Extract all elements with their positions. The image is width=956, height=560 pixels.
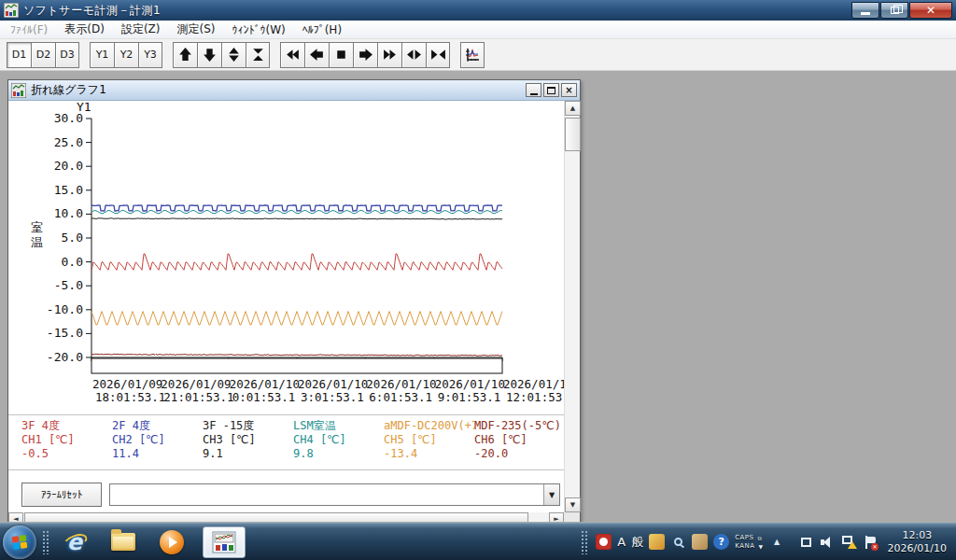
triangles-out-vertical-icon — [226, 47, 242, 63]
mdi-area: 折れ線グラフ1 × Y130.025.020.015.010.05.00.0-5… — [0, 71, 956, 522]
ch1-name: 3F 4度 — [21, 419, 112, 433]
ch2-label: CH2 [℃] — [112, 433, 203, 447]
triangles-in-horizontal-icon — [430, 47, 446, 63]
ime-toolbar[interactable]: CAPS⧉ KANA▼ — [735, 534, 763, 551]
taskbar-active-app[interactable] — [203, 526, 246, 558]
menu-settings[interactable]: 設定(Z) — [113, 20, 169, 39]
menu-measure[interactable]: 測定(S) — [168, 20, 223, 39]
ch3-name: 3F -15度 — [203, 419, 293, 433]
graph-window-titlebar[interactable]: 折れ線グラフ1 × — [8, 80, 580, 101]
vertical-scrollbar[interactable]: ▲ ▼ — [564, 101, 580, 512]
scroll-down-button[interactable] — [197, 42, 221, 68]
clock-time: 12:03 — [888, 529, 947, 542]
restore-button[interactable] — [880, 2, 908, 19]
line-chart-svg: Y130.025.020.015.010.05.00.0-5.0-10.0-15… — [8, 101, 564, 411]
svg-text:2026/01/10: 2026/01/10 — [435, 377, 505, 391]
menu-file[interactable]: ﾌｧｲﾙ(F) — [2, 21, 56, 38]
security-tray-icon[interactable] — [596, 534, 612, 550]
scrollbar-down-button[interactable]: ▼ — [565, 497, 581, 512]
menu-window[interactable]: ｳｨﾝﾄﾞｳ(W) — [223, 21, 293, 38]
graph-minimize-button[interactable] — [526, 83, 541, 97]
y1-button[interactable]: Y1 — [90, 42, 114, 68]
scroll-up-button[interactable] — [173, 42, 197, 68]
jump-end-button[interactable] — [377, 42, 401, 68]
close-button[interactable]: ✕ — [909, 2, 952, 19]
taskbar-internet-explorer[interactable]: e — [57, 526, 92, 558]
scrollbar-corner — [564, 512, 580, 522]
start-button[interactable] — [3, 525, 36, 559]
svg-text:18:01:53.1: 18:01:53.1 — [95, 390, 165, 404]
ime-mode-han[interactable]: 般 — [631, 534, 643, 551]
y2-button[interactable]: Y2 — [114, 42, 138, 68]
ch3-label: CH3 [℃] — [203, 433, 293, 447]
scrollbar-up-button[interactable]: ▲ — [565, 101, 581, 116]
graph-window-icon — [11, 83, 26, 98]
minimize-button[interactable] — [851, 2, 879, 19]
alarm-combobox[interactable]: ▼ — [109, 483, 560, 506]
taskbar-file-explorer[interactable] — [105, 526, 141, 558]
ch5-label: CH5 [℃] — [384, 433, 474, 447]
network-tray-icon[interactable] — [841, 534, 857, 550]
help-tray-icon[interactable]: ? — [713, 534, 729, 550]
horizontal-scrollbar-thumb[interactable] — [24, 512, 528, 522]
horizontal-scrollbar[interactable]: ◄ ► — [8, 512, 564, 522]
stop-button[interactable] — [329, 42, 353, 68]
d3-button[interactable]: D3 — [55, 42, 79, 68]
ch6-label: CH6 [℃] — [474, 433, 564, 447]
display-tray-icon[interactable] — [798, 534, 814, 550]
taskbar-grip — [42, 530, 49, 554]
vertical-scrollbar-thumb[interactable] — [565, 118, 581, 151]
expand-vertical-button[interactable] — [221, 42, 246, 68]
graph-settings-button[interactable] — [460, 42, 485, 68]
stop-icon — [333, 47, 349, 63]
palette-tray-icon[interactable] — [649, 534, 665, 550]
folder-icon — [111, 533, 135, 551]
arrow-up-icon — [177, 47, 193, 63]
step-right-button[interactable] — [353, 42, 377, 68]
kana-indicator: KANA — [735, 542, 754, 551]
graph-maximize-button[interactable] — [543, 83, 559, 97]
d2-button[interactable]: D2 — [31, 42, 55, 68]
legend-ch1: 3F 4度 CH1 [℃] -0.5 — [21, 419, 112, 469]
volume-tray-icon[interactable] — [820, 534, 836, 550]
menubar: ﾌｧｲﾙ(F) 表示(D) 設定(Z) 測定(S) ｳｨﾝﾄﾞｳ(W) ﾍﾙﾌﾟ… — [0, 21, 956, 39]
menu-help[interactable]: ﾍﾙﾌﾟ(H) — [294, 21, 350, 38]
alarm-row: ｱﾗｰﾑﾘｾｯﾄ ▼ — [21, 482, 560, 508]
compress-horizontal-button[interactable] — [426, 42, 450, 68]
alarm-reset-button[interactable]: ｱﾗｰﾑﾘｾｯﾄ — [21, 483, 102, 507]
svg-text:9:01:53.1: 9:01:53.1 — [438, 390, 501, 404]
ime-mode-a[interactable]: A — [617, 535, 626, 549]
internet-explorer-icon: e — [67, 529, 82, 555]
combobox-dropdown-button[interactable]: ▼ — [543, 484, 559, 505]
y3-button[interactable]: Y3 — [138, 42, 162, 68]
svg-text:3:01:53.1: 3:01:53.1 — [301, 390, 364, 404]
show-hidden-icons-button[interactable]: ▲ — [769, 534, 785, 550]
taskbar: e A 般 — [0, 523, 956, 560]
svg-text:2026/01/10: 2026/01/10 — [298, 377, 368, 391]
expand-horizontal-button[interactable] — [401, 42, 426, 68]
graph-close-button[interactable]: × — [561, 83, 577, 97]
taskbar-clock[interactable]: 12:03 2026/01/10 — [888, 529, 947, 555]
svg-text:2026/01/09: 2026/01/09 — [92, 377, 162, 391]
search-tray-icon[interactable] — [670, 534, 686, 550]
app-titlebar: ソフトサーモ計測－計測1 ✕ — [0, 0, 956, 21]
menu-view[interactable]: 表示(D) — [56, 20, 113, 39]
scrollbar-right-button[interactable]: ► — [549, 512, 564, 522]
windows-logo-icon — [10, 533, 29, 552]
d1-button[interactable]: D1 — [7, 42, 31, 68]
action-center-tray-icon[interactable]: ✕ — [863, 534, 879, 550]
svg-text:6:01:53.1: 6:01:53.1 — [369, 390, 432, 404]
legend-ch6: MDF-235(-5℃) CH6 [℃] -20.0 — [474, 419, 564, 469]
taskbar-media-player[interactable] — [154, 526, 190, 558]
svg-text:2026/01/10: 2026/01/10 — [503, 377, 564, 391]
svg-text:0:01:53.1: 0:01:53.1 — [232, 390, 296, 404]
svg-text:0.0: 0.0 — [62, 255, 83, 269]
app-window: ソフトサーモ計測－計測1 ✕ ﾌｧｲﾙ(F) 表示(D) 設定(Z) 測定(S)… — [0, 0, 956, 523]
scrollbar-left-button[interactable]: ◄ — [8, 512, 23, 522]
triangles-in-vertical-icon — [250, 47, 266, 63]
compress-vertical-button[interactable] — [246, 42, 270, 68]
toolbox-tray-icon[interactable] — [692, 534, 708, 550]
jump-start-button[interactable] — [280, 42, 304, 68]
step-left-button[interactable] — [304, 42, 329, 68]
ch6-name: MDF-235(-5℃) — [474, 419, 564, 433]
